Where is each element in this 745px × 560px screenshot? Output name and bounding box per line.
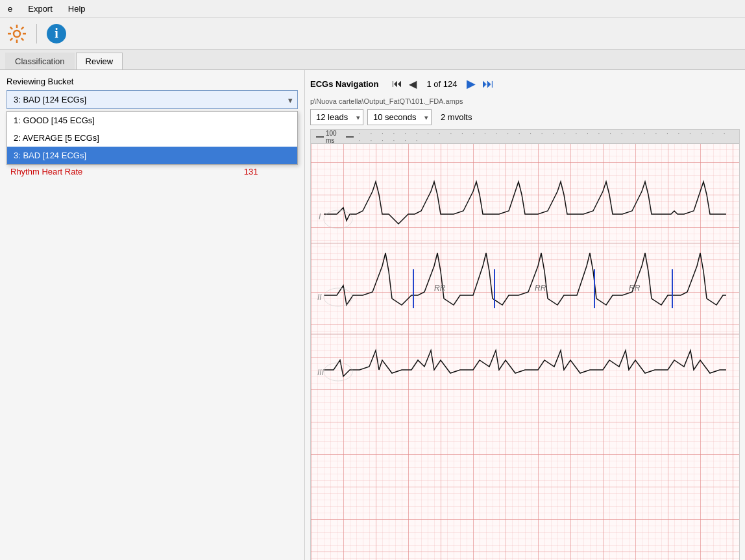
- menu-item-export[interactable]: Export: [25, 3, 55, 15]
- ecg-nav-label: ECGs Navigation: [310, 79, 378, 89]
- svg-line-5: [10, 27, 13, 30]
- seconds-dropdown-wrapper: 10 seconds 5 seconds 20 seconds: [367, 109, 432, 125]
- nav-last-button[interactable]: ⏭: [479, 76, 497, 92]
- rr-label-2: RR: [535, 284, 546, 293]
- bucket-dropdown-menu: 1: GOOD [145 ECGs] 2: AVERAGE [5 ECGs] 3…: [6, 111, 298, 165]
- gear-icon-button[interactable]: [5, 22, 29, 45]
- ecg-controls: 12 leads 6 leads 3 leads 10 seconds 5 se…: [310, 109, 740, 125]
- menu-item-help[interactable]: Help: [66, 3, 88, 15]
- ecg-chart[interactable]: 100 ms · · · · · · · · · · · · · · · · ·…: [310, 129, 740, 560]
- nav-prev-button[interactable]: ◀: [406, 77, 420, 91]
- info-icon-button[interactable]: i: [45, 22, 68, 45]
- bucket-option-average[interactable]: 2: AVERAGE [5 ECGs]: [7, 129, 297, 147]
- nav-first-button[interactable]: ⏮: [389, 77, 406, 91]
- main-content: Reviewing Bucket 1: GOOD [145 ECGs] 2: A…: [0, 70, 745, 560]
- tab-classification[interactable]: Classification: [5, 53, 75, 69]
- rr-label-3: RR: [629, 284, 641, 293]
- svg-line-6: [21, 38, 24, 41]
- menu-item-edit[interactable]: e: [5, 3, 15, 15]
- nav-next-button[interactable]: ▶: [463, 75, 479, 92]
- toolbar: i: [0, 18, 745, 50]
- svg-line-7: [21, 27, 24, 30]
- mvolts-label: 2 mvolts: [435, 110, 477, 125]
- bucket-dropdown[interactable]: 1: GOOD [145 ECGs] 2: AVERAGE [5 ECGs] 3…: [6, 90, 298, 109]
- file-path: p\Nuova cartella\Output_FatQT\101._FDA.a…: [310, 97, 740, 105]
- reviewing-bucket-label: Reviewing Bucket: [6, 77, 298, 86]
- tabs-bar: Classification Review: [0, 50, 745, 70]
- lead-iii-text: III: [317, 368, 324, 377]
- svg-line-8: [10, 38, 13, 41]
- tab-review[interactable]: Review: [76, 53, 123, 69]
- gear-icon: [6, 23, 27, 44]
- left-panel: Reviewing Bucket 1: GOOD [145 ECGs] 2: A…: [0, 70, 305, 560]
- table-row: Rhythm Heart Rate 131: [6, 164, 298, 180]
- lead-ii-text: II: [317, 293, 322, 302]
- toolbar-divider: [36, 24, 37, 43]
- svg-text:i: i: [55, 26, 58, 40]
- menu-bar: e Export Help: [0, 0, 745, 18]
- ecg-nav-section: ECGs Navigation ⏮ ◀ 1 of 124 ▶ ⏭: [310, 75, 740, 92]
- right-panel: ECGs Navigation ⏮ ◀ 1 of 124 ▶ ⏭ p\Nuova…: [305, 70, 745, 560]
- svg-point-0: [14, 30, 20, 37]
- leads-dropdown[interactable]: 12 leads 6 leads 3 leads: [310, 109, 363, 125]
- rr-label-1: RR: [434, 284, 446, 293]
- row3-score: Rhythm Heart Rate: [6, 164, 240, 180]
- row3-value: 131: [240, 164, 298, 180]
- bucket-option-bad[interactable]: 3: BAD [124 ECGs]: [7, 147, 297, 164]
- info-icon: i: [45, 23, 67, 45]
- nav-counter: 1 of 124: [426, 79, 457, 89]
- leads-dropdown-wrapper: 12 leads 6 leads 3 leads: [310, 109, 363, 125]
- ecg-svg: I II III RR RR RR: [311, 130, 739, 560]
- seconds-dropdown[interactable]: 10 seconds 5 seconds 20 seconds: [367, 109, 432, 125]
- bucket-dropdown-container: 1: GOOD [145 ECGs] 2: AVERAGE [5 ECGs] 3…: [6, 90, 298, 109]
- bucket-option-good[interactable]: 1: GOOD [145 ECGs]: [7, 112, 297, 129]
